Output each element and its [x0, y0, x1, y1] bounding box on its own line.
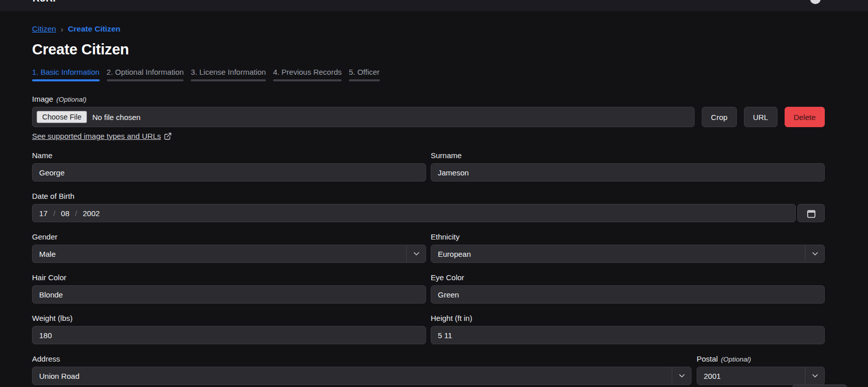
label-text: Postal [697, 354, 718, 363]
address-field: Address Union Road [32, 354, 692, 385]
dob-input[interactable]: 17 / 08 / 2002 [32, 204, 796, 222]
eye-color-label: Eye Color [431, 273, 825, 282]
label-text: Image [32, 95, 53, 103]
hair-color-input[interactable]: Blonde [32, 285, 426, 304]
image-field: Image (Optional) Choose File No file cho… [32, 95, 825, 141]
choose-file-button[interactable]: Choose File [37, 111, 87, 123]
name-input[interactable]: George [32, 163, 426, 182]
ethnicity-select[interactable]: European [431, 245, 825, 263]
ethnicity-field: Ethnicity European [431, 232, 825, 263]
tab-basic-information[interactable]: 1. Basic Information [32, 68, 100, 81]
tab-license-information[interactable]: 3. License Information [191, 68, 266, 81]
calendar-picker-button[interactable] [797, 204, 825, 222]
tab-indicator [107, 79, 184, 81]
breadcrumb: Citizen › Create Citizen [32, 24, 825, 34]
eye-color-input[interactable]: Green [431, 285, 825, 304]
tab-label: 2. Optional Information [107, 68, 184, 79]
postal-value: 2001 [704, 372, 721, 380]
dob-field: Date of Birth 17 / 08 / 2002 [32, 192, 825, 222]
dob-label: Date of Birth [32, 192, 825, 200]
external-link-icon [164, 132, 172, 140]
tab-indicator [273, 79, 342, 81]
tab-indicator [349, 79, 380, 81]
hair-color-field: Hair Color Blonde [32, 273, 426, 304]
tab-label: 1. Basic Information [32, 68, 100, 79]
tab-label: 3. License Information [191, 68, 266, 79]
chevron-down-icon [677, 371, 686, 380]
image-file-input[interactable]: Choose File No file chosen [32, 107, 695, 127]
weight-field: Weight (lbs) 180 [32, 314, 426, 344]
name-label: Name [32, 151, 426, 160]
calendar-icon [806, 209, 816, 218]
postal-field: Postal (Optional) 2001 [697, 354, 825, 385]
step-tabs: 1. Basic Information 2. Optional Informa… [32, 68, 825, 81]
tab-officer[interactable]: 5. Officer [349, 68, 380, 81]
height-label: Height (ft in) [431, 314, 825, 322]
top-navbar: RoRI [0, 0, 868, 11]
address-value: Union Road [39, 372, 79, 380]
address-select[interactable]: Union Road [32, 367, 692, 385]
breadcrumb-current: Create Citizen [68, 24, 120, 34]
main-content: Citizen › Create Citizen Create Citizen … [0, 24, 868, 385]
page-title: Create Citizen [32, 41, 825, 58]
eye-color-field: Eye Color Green [431, 273, 825, 304]
postal-select[interactable]: 2001 [697, 367, 825, 385]
link-text: See supported image types and URLs [32, 132, 161, 140]
gender-value: Male [39, 250, 56, 258]
height-input[interactable]: 5 11 [431, 326, 825, 344]
chevron-right-icon: › [61, 25, 63, 34]
name-field: Name George [32, 151, 426, 182]
gender-select[interactable]: Male [32, 245, 426, 263]
select-divider [805, 246, 805, 262]
tab-previous-records[interactable]: 4. Previous Records [273, 68, 342, 81]
select-divider [406, 246, 407, 262]
tab-indicator [32, 79, 100, 81]
chevron-down-icon [811, 249, 820, 258]
url-button[interactable]: URL [744, 107, 777, 127]
user-avatar-icon[interactable] [810, 0, 821, 4]
tab-indicator [191, 79, 266, 81]
surname-label: Surname [431, 151, 825, 160]
crop-button[interactable]: Crop [702, 107, 737, 127]
tab-label: 5. Officer [349, 68, 380, 79]
chevron-down-icon [412, 249, 421, 258]
gender-field: Gender Male [32, 232, 426, 263]
postal-label: Postal (Optional) [697, 354, 825, 363]
brand-logo[interactable]: RoRI [33, 0, 56, 4]
image-label: Image (Optional) [32, 95, 825, 103]
supported-image-types-link[interactable]: See supported image types and URLs [32, 132, 172, 140]
weight-input[interactable]: 180 [32, 326, 426, 344]
tab-label: 4. Previous Records [273, 68, 342, 79]
file-status-text: No file chosen [92, 113, 140, 122]
address-label: Address [32, 354, 692, 363]
height-field: Height (ft in) 5 11 [431, 314, 825, 344]
optional-suffix: (Optional) [56, 96, 86, 103]
chevron-down-icon [811, 371, 820, 380]
surname-field: Surname Jameson [431, 151, 825, 182]
select-divider [672, 368, 672, 384]
surname-input[interactable]: Jameson [431, 163, 825, 182]
breadcrumb-citizen-link[interactable]: Citizen [32, 24, 56, 34]
weight-label: Weight (lbs) [32, 314, 426, 322]
dob-day[interactable]: 17 [39, 209, 48, 218]
dob-month[interactable]: 08 [61, 209, 70, 218]
tab-optional-information[interactable]: 2. Optional Information [107, 68, 184, 81]
hair-color-label: Hair Color [32, 273, 426, 282]
gender-label: Gender [32, 232, 426, 241]
dob-year[interactable]: 2002 [83, 209, 100, 218]
next-button-partial[interactable] [792, 384, 847, 387]
create-citizen-form: Image (Optional) Choose File No file cho… [32, 95, 825, 385]
dob-separator: / [75, 209, 77, 218]
delete-button[interactable]: Delete [785, 107, 825, 127]
ethnicity-value: European [438, 250, 471, 258]
ethnicity-label: Ethnicity [431, 232, 825, 241]
select-divider [805, 368, 805, 384]
optional-suffix: (Optional) [721, 355, 751, 363]
dob-separator: / [53, 209, 55, 218]
